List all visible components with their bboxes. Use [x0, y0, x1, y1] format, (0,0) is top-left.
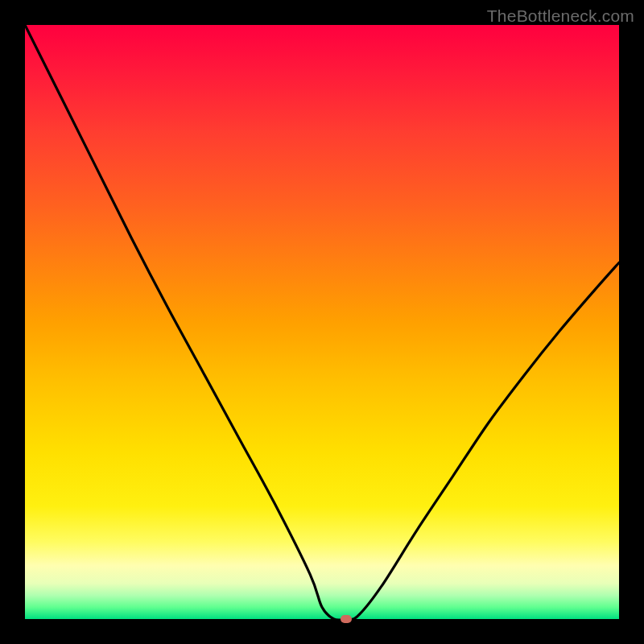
chart-container: TheBottleneck.com [0, 0, 644, 644]
optimal-point-marker [341, 615, 352, 623]
plot-background [25, 25, 619, 619]
watermark-text: TheBottleneck.com [487, 6, 634, 26]
